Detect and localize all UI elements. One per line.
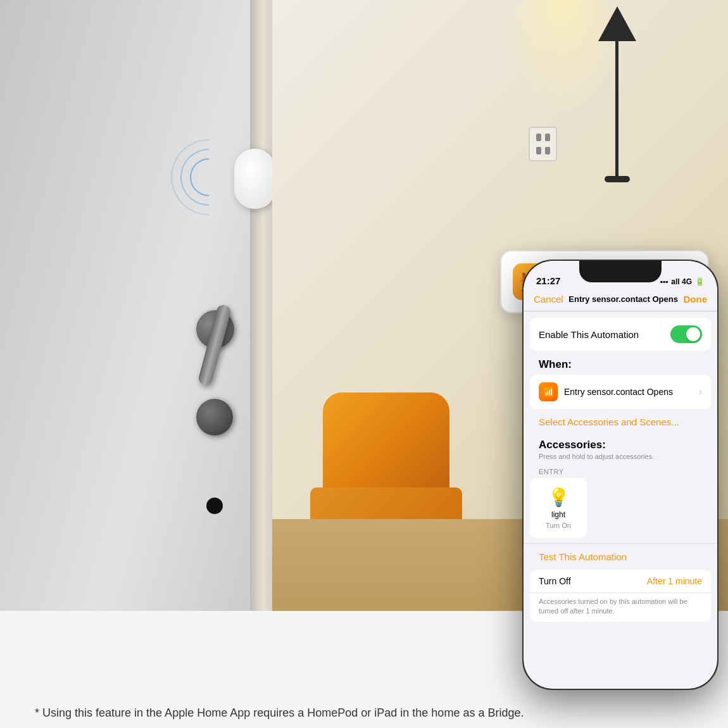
chevron-right-icon: › [699,386,702,398]
enable-label: Enable This Automation [539,329,639,340]
sensor-trigger-icon: 📶 [543,387,554,397]
toggle-knob [686,327,700,341]
nav-done-button[interactable]: Done [684,294,708,304]
entry-group-label: ENTRY [524,463,717,478]
when-trigger-row[interactable]: 📶 Entry sensor.contact Opens › [530,375,711,409]
battery-icon: 🔋 [695,277,705,286]
electrical-outlet [529,127,557,161]
device-name: light [551,510,565,519]
screen-content: Enable This Automation When: 📶 Entry sen… [524,311,717,622]
when-section-label: When: [524,351,717,375]
test-automation-link[interactable]: Test This Automation [524,543,717,570]
door-handle-group [196,310,234,348]
sensor-device [234,149,275,209]
device-icon: 💡 [548,487,570,508]
enable-toggle[interactable] [670,325,702,343]
nav-title: Entry sensor.contact Opens [563,294,684,304]
trigger-icon: 📶 [539,382,558,401]
turn-off-label: Turn Off [539,576,571,586]
nav-cancel-button[interactable]: Cancel [534,294,563,304]
phone-notch [579,261,662,282]
footnote: * Using this feature in the Apple Home A… [35,705,524,722]
phone-mockup: 21:27 ▪▪▪ all 4G 🔋 Cancel Entry sensor.c… [522,260,719,690]
turn-off-value: After 1 minute [647,576,702,586]
device-card[interactable]: 💡 light Turn On [530,478,587,538]
lamp-pole [615,38,618,177]
accessories-title: Accessories: [539,439,702,451]
lamp-base [605,176,630,182]
accessories-section: Accessories: Press and hold to adjust ac… [524,435,717,463]
status-time: 21:27 [536,275,560,286]
status-icons: ▪▪▪ all 4G 🔋 [660,277,705,286]
keyhole [206,498,223,514]
select-accessories-link[interactable]: Select Accessories and Scenes... [524,409,717,435]
turn-off-note: Accessories turned on by this automation… [530,593,711,622]
device-state: Turn On [546,522,571,529]
door-handle-rose-bottom [196,399,233,436]
phone-screen: 21:27 ▪▪▪ all 4G 🔋 Cancel Entry sensor.c… [524,261,717,689]
nav-bar: Cancel Entry sensor.contact Opens Done [524,289,717,311]
enable-toggle-row: Enable This Automation [530,318,711,351]
trigger-label: Entry sensor.contact Opens [564,387,693,397]
door-panel [0,0,272,633]
signal-icon: ▪▪▪ [660,277,668,286]
lamp-shade [598,6,636,41]
footnote-text: * Using this feature in the Apple Home A… [35,706,524,719]
chair-back [323,392,449,500]
turn-off-row[interactable]: Turn Off After 1 minute [530,570,711,593]
accessories-subtitle: Press and hold to adjust accessories. [539,453,702,460]
network-label: all 4G [671,277,692,286]
